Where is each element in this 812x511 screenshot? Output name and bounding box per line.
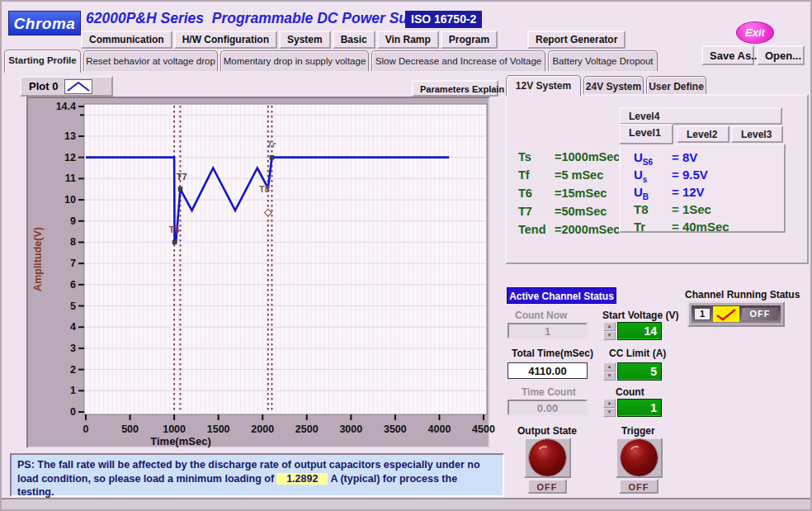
- start-voltage-display[interactable]: 14: [617, 322, 662, 340]
- waveform-chart: T6T7T8Tr05001000150020002500300035004000…: [28, 98, 489, 445]
- plot-line-style-swatch[interactable]: [64, 79, 92, 94]
- trigger-off-button[interactable]: OFF: [619, 479, 659, 494]
- exit-button[interactable]: Exit: [736, 21, 774, 44]
- app-title: 62000P&H Series Programmable DC Power Su…: [86, 10, 437, 27]
- svg-text:2500: 2500: [295, 423, 319, 435]
- timing-row: T6=15mSec: [518, 187, 607, 200]
- tab-level4[interactable]: Level4: [619, 107, 782, 125]
- svg-text:3000: 3000: [339, 423, 362, 435]
- value-row: UB= 12V: [634, 185, 705, 201]
- min-loading-value: 1.2892: [276, 473, 328, 485]
- time-count-field: 0.00: [508, 400, 588, 415]
- stepper-down-icon[interactable]: ▼: [603, 331, 616, 340]
- tab-level3[interactable]: Level3: [731, 125, 783, 143]
- iso-standard-badge: ISO 16750-2: [405, 11, 482, 28]
- count-label: Count: [616, 386, 644, 398]
- menu-bar: Communication H/W Configuration System B…: [81, 31, 498, 49]
- svg-text:4500: 4500: [472, 423, 495, 435]
- save-as-button[interactable]: Save As...: [701, 45, 754, 65]
- basic-button[interactable]: Basic: [333, 31, 375, 49]
- svg-text:11: 11: [65, 173, 76, 184]
- svg-text:Tr: Tr: [267, 140, 276, 149]
- total-time-field[interactable]: 4110.00: [508, 362, 588, 379]
- stepper-up-icon[interactable]: ▲: [603, 399, 616, 408]
- svg-text:5: 5: [70, 300, 76, 312]
- svg-text:T8: T8: [259, 184, 270, 194]
- cc-limit-display[interactable]: 5: [617, 362, 662, 381]
- start-voltage-stepper[interactable]: ▲▼: [603, 322, 616, 340]
- svg-text:0: 0: [70, 406, 76, 418]
- tab-level1[interactable]: Level1: [619, 124, 673, 144]
- tab-level2[interactable]: Level2: [677, 125, 729, 143]
- tab-user-define[interactable]: User Define: [646, 76, 706, 95]
- count-stepper[interactable]: ▲▼: [603, 399, 616, 417]
- svg-text:T6: T6: [169, 225, 180, 234]
- svg-text:1: 1: [70, 385, 76, 396]
- system-button[interactable]: System: [279, 31, 331, 49]
- hw-configuration-button[interactable]: H/W Configuration: [174, 31, 277, 49]
- report-generator-button[interactable]: Report Generator: [527, 31, 626, 49]
- svg-text:1000: 1000: [163, 423, 186, 435]
- cc-limit-label: CC Limit (A): [609, 348, 666, 359]
- svg-text:3: 3: [70, 343, 76, 354]
- channel-running-state: OFF: [742, 308, 778, 320]
- svg-text:13: 13: [64, 130, 76, 142]
- total-time-label: Total Time(mSec): [512, 348, 593, 359]
- timing-row: Tend=2000mSec: [518, 223, 620, 236]
- channel-checkbox[interactable]: [713, 306, 739, 322]
- tab-battery-voltage-dropout[interactable]: Battery Voltage Dropout: [548, 50, 658, 71]
- output-state-off-button[interactable]: OFF: [527, 479, 567, 494]
- timing-row: Tf=5 mSec: [518, 168, 603, 182]
- start-voltage-control: ▲▼ 14: [603, 322, 662, 340]
- start-voltage-label: Start Voltage (V): [602, 310, 678, 321]
- channel-running-status-label: Channel Running Status: [685, 289, 800, 300]
- stepper-up-icon[interactable]: ▲: [603, 362, 616, 371]
- tab-12v-system[interactable]: 12V System: [506, 75, 581, 96]
- program-button[interactable]: Program: [441, 31, 498, 49]
- svg-text:2: 2: [70, 364, 76, 376]
- active-channel-status-header: Active Channel Status: [507, 287, 616, 304]
- svg-text:4: 4: [70, 321, 76, 333]
- plot-legend-bar: Plot 0: [20, 76, 113, 97]
- count-control: ▲▼ 1: [603, 399, 662, 417]
- tab-slow-decrease-increase[interactable]: Slow Decrease and Increase of Voltage: [371, 50, 545, 71]
- svg-text:10: 10: [64, 194, 76, 206]
- channel-running-status-widget[interactable]: 1 OFF: [687, 301, 785, 327]
- stepper-down-icon[interactable]: ▼: [603, 408, 616, 417]
- svg-text:2000: 2000: [251, 423, 274, 435]
- communication-button[interactable]: Communication: [81, 31, 172, 49]
- timing-row: T7=50mSec: [518, 205, 607, 218]
- value-row: US6= 8V: [634, 150, 697, 167]
- parameters-explain-button[interactable]: Parameters Explain: [412, 80, 498, 97]
- open-button[interactable]: Open...: [757, 45, 805, 65]
- svg-text:Time(mSec): Time(mSec): [150, 435, 210, 447]
- vin-ramp-button[interactable]: Vin Ramp: [377, 31, 439, 49]
- count-now-field: 1: [508, 323, 588, 338]
- channel-running-status-bar: 1 OFF: [692, 305, 781, 323]
- tab-momentary-drop[interactable]: Momentary drop in supply voltage: [220, 50, 369, 71]
- svg-text:9: 9: [70, 215, 76, 227]
- value-row: T8= 1Sec: [634, 202, 711, 219]
- svg-text:4000: 4000: [428, 423, 451, 435]
- window-bottom-frame: [2, 498, 810, 511]
- ps-note: PS: The fall rate will be affected by th…: [10, 453, 504, 497]
- stepper-up-icon[interactable]: ▲: [603, 322, 616, 331]
- svg-text:12: 12: [64, 152, 76, 163]
- trigger-knob[interactable]: [616, 438, 663, 478]
- svg-text:500: 500: [121, 423, 139, 435]
- output-state-label: Output State: [517, 425, 577, 437]
- svg-text:3500: 3500: [384, 423, 407, 435]
- svg-text:6: 6: [70, 279, 76, 291]
- channel-number-box: 1: [694, 308, 710, 320]
- tab-24v-system[interactable]: 24V System: [583, 76, 644, 95]
- check-icon: [715, 308, 737, 321]
- tab-starting-profile[interactable]: Starting Profile: [4, 50, 81, 73]
- timing-row: Ts=1000mSec: [518, 150, 620, 163]
- output-state-knob[interactable]: [524, 438, 571, 478]
- tab-reset-behavior[interactable]: Reset behavior at voltage drop: [83, 50, 218, 71]
- cc-limit-stepper[interactable]: ▲▼: [603, 362, 616, 381]
- count-display[interactable]: 1: [617, 399, 662, 417]
- stepper-down-icon[interactable]: ▼: [603, 371, 616, 381]
- waveform-plot-panel[interactable]: T6T7T8Tr05001000150020002500300035004000…: [26, 97, 490, 448]
- system-parameters-panel: Ts=1000mSec Tf=5 mSec T6=15mSec T7=50mSe…: [505, 94, 809, 264]
